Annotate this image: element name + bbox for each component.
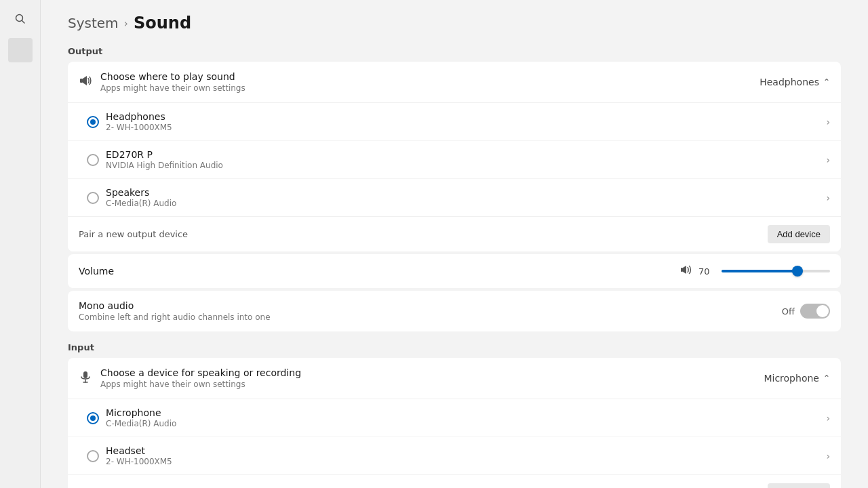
ed270r-sub: NVIDIA High Definition Audio (106, 161, 223, 170)
ed270r-chevron: › (826, 155, 830, 165)
output-add-device-button[interactable]: Add device (768, 225, 830, 243)
sidebar (0, 0, 41, 488)
svg-rect-6 (83, 371, 87, 378)
input-device-list: Microphone C-Media(R) Audio › Headset 2-… (68, 399, 841, 474)
svg-rect-2 (80, 79, 83, 83)
output-device-item-ed270r[interactable]: ED270R P NVIDIA High Definition Audio › (68, 141, 841, 179)
radio-microphone[interactable] (87, 412, 99, 424)
volume-icon (679, 264, 692, 279)
mono-audio-state: Off (782, 306, 795, 317)
output-volume-slider[interactable] (722, 264, 830, 278)
breadcrumb-system[interactable]: System (68, 15, 119, 31)
input-device-header[interactable]: Choose a device for speaking or recordin… (68, 358, 841, 399)
speakers-sub: C-Media(R) Audio (106, 199, 176, 208)
breadcrumb-separator: › (124, 17, 128, 30)
radio-speakers[interactable] (87, 192, 99, 204)
search-icon[interactable] (8, 7, 33, 31)
output-device-list: Headphones 2- WH-1000XM5 › ED270R P NVID… (68, 103, 841, 216)
radio-headphones[interactable] (87, 116, 99, 128)
headset-name: Headset (106, 445, 172, 456)
output-device-card: Choose where to play sound Apps might ha… (68, 62, 841, 251)
input-add-device-button[interactable]: Add device (768, 483, 830, 488)
breadcrumb: System › Sound (68, 14, 841, 33)
speakers-name: Speakers (106, 187, 176, 198)
headset-sub: 2- WH-1000XM5 (106, 457, 172, 466)
input-device-item-headset[interactable]: Headset 2- WH-1000XM5 › (68, 437, 841, 474)
headset-chevron: › (826, 451, 830, 462)
page-title: Sound (134, 14, 191, 33)
output-volume-thumb[interactable] (792, 266, 803, 277)
main-content: System › Sound Output Choose where to pl… (41, 0, 868, 488)
output-section-title: Output (68, 46, 841, 56)
mono-audio-title: Mono audio (79, 300, 271, 311)
chevron-up-icon: ⌃ (823, 77, 830, 87)
microphone-name: Microphone (106, 407, 176, 418)
output-pair-label: Pair a new output device (79, 229, 188, 239)
output-volume-card: Volume 70 (68, 254, 841, 288)
svg-marker-3 (83, 76, 87, 85)
microphone-icon (79, 370, 92, 386)
input-device-title: Choose a device for speaking or recordin… (100, 367, 301, 378)
radio-headset[interactable] (87, 450, 99, 462)
mono-audio-subtitle: Combine left and right audio channels in… (79, 312, 271, 322)
output-volume-label: Volume (79, 266, 114, 277)
svg-rect-4 (681, 268, 683, 272)
mono-audio-card: Mono audio Combine left and right audio … (68, 291, 841, 331)
output-device-subtitle: Apps might have their own settings (100, 83, 245, 93)
mono-audio-toggle[interactable] (800, 304, 830, 319)
headphones-name: Headphones (106, 111, 172, 122)
input-chevron-up-icon: ⌃ (823, 373, 830, 383)
headphones-chevron: › (826, 117, 830, 127)
input-device-item-microphone[interactable]: Microphone C-Media(R) Audio › (68, 399, 841, 437)
input-selected-device: Microphone (764, 373, 819, 384)
sidebar-placeholder (8, 38, 33, 62)
input-section-title: Input (68, 342, 841, 352)
output-device-item-speakers[interactable]: Speakers C-Media(R) Audio › (68, 179, 841, 216)
radio-ed270r[interactable] (87, 154, 99, 166)
output-selected-device: Headphones (760, 77, 819, 87)
input-device-card: Choose a device for speaking or recordin… (68, 358, 841, 488)
input-pair-row: Pair a new input device Add device (68, 474, 841, 488)
speaker-icon (79, 74, 92, 90)
output-device-title: Choose where to play sound (100, 71, 245, 82)
output-pair-row: Pair a new output device Add device (68, 216, 841, 251)
speakers-chevron: › (826, 192, 830, 203)
ed270r-name: ED270R P (106, 149, 223, 160)
input-device-subtitle: Apps might have their own settings (100, 380, 301, 389)
output-device-item-headphones[interactable]: Headphones 2- WH-1000XM5 › (68, 103, 841, 141)
output-device-header[interactable]: Choose where to play sound Apps might ha… (68, 62, 841, 103)
svg-marker-5 (683, 266, 686, 274)
microphone-sub: C-Media(R) Audio (106, 419, 176, 428)
svg-line-1 (22, 21, 24, 24)
microphone-chevron: › (826, 413, 830, 424)
output-volume-value: 70 (698, 266, 715, 277)
headphones-sub: 2- WH-1000XM5 (106, 123, 172, 132)
